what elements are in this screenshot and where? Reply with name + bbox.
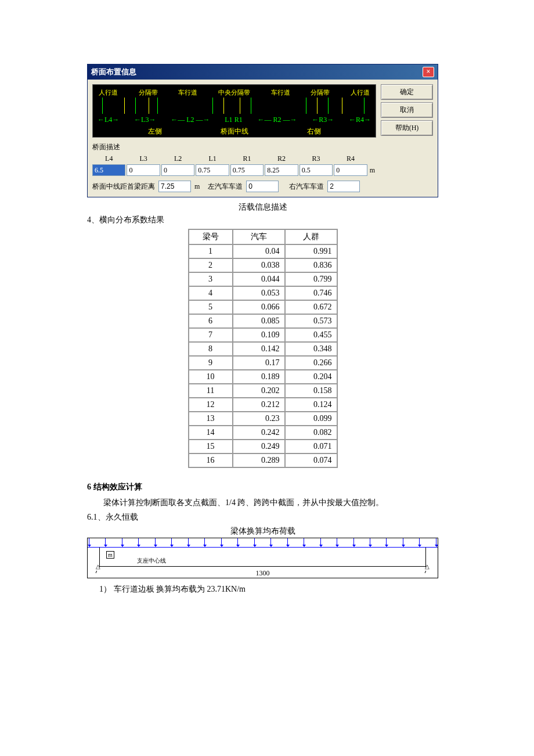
note-1: 1） 车行道边板 换算均布载为 23.71KN/m: [87, 584, 438, 595]
table-row: 30.0440.799: [189, 272, 337, 286]
diagram-center-label: 桥面中线: [221, 127, 248, 136]
table-header: 梁号: [189, 229, 233, 244]
cancel-button[interactable]: 取消: [381, 102, 433, 118]
diagram-label: 车行道: [178, 88, 197, 97]
beam-diagram: m 支座中心线 △///// △///// 1300: [87, 538, 438, 578]
right-lanes-label: 右汽车车道: [289, 182, 324, 192]
table-row: 140.2420.082: [189, 426, 337, 440]
ok-button[interactable]: 确定: [381, 84, 433, 100]
field-l4[interactable]: [92, 164, 125, 176]
table-row: 10.040.991: [189, 244, 337, 258]
centerline-dist-input[interactable]: [158, 181, 191, 192]
table-row: 90.170.266: [189, 356, 337, 370]
diagram-side-label: 左侧: [148, 127, 162, 136]
desc-group-label: 桥面描述: [92, 142, 376, 152]
section-6-title: 6 结构效应计算: [87, 482, 438, 492]
diagram-label: 车行道: [271, 88, 290, 97]
diagram-label: 人行道: [351, 88, 370, 97]
left-lanes-label: 左汽车车道: [208, 182, 243, 192]
bridge-diagram: 人行道 分隔带 车行道 中央分隔带 车行道 分隔带 人行道: [92, 84, 376, 138]
support-centerline-label: 支座中心线: [137, 557, 166, 565]
table-row: 130.230.099: [189, 412, 337, 426]
field-l2[interactable]: [161, 164, 194, 176]
dialog-titlebar: 桥面布置信息 ×: [88, 64, 438, 80]
left-lanes-input[interactable]: [246, 181, 279, 192]
coefficient-table: 梁号 汽车 人群 10.040.99120.0380.83630.0440.79…: [188, 229, 338, 468]
close-icon[interactable]: ×: [423, 67, 434, 77]
table-row: 100.1890.204: [189, 370, 337, 384]
table-row: 70.1090.455: [189, 328, 337, 342]
right-lanes-input[interactable]: [327, 181, 360, 192]
field-r1[interactable]: [230, 164, 264, 176]
unit-label: m: [369, 166, 376, 176]
bridge-layout-dialog: 桥面布置信息 × 人行道 分隔带 车行道 中央分隔带 车行道 分隔带 人行道: [87, 64, 438, 197]
diagram-label: 分隔带: [311, 88, 330, 97]
beam-span-value: 1300: [256, 569, 270, 578]
table-row: 110.2020.158: [189, 384, 337, 398]
field-r4[interactable]: [334, 164, 367, 176]
centerline-dist-label: 桥面中线距首梁距离: [92, 182, 155, 192]
dialog-title: 桥面布置信息: [91, 67, 136, 77]
help-button[interactable]: 帮助(H): [381, 120, 433, 136]
section-6-1-title: 6.1、永久恒载: [87, 512, 438, 523]
table-row: 120.2120.124: [189, 398, 337, 412]
diagram-label: 中央分隔带: [218, 88, 250, 97]
table-header: 汽车: [233, 229, 285, 244]
beam-diagram-title: 梁体换算均布荷载: [87, 526, 438, 537]
field-r2[interactable]: [265, 164, 298, 176]
table-header: 人群: [285, 229, 337, 244]
table-row: 150.2490.071: [189, 440, 337, 453]
field-l1[interactable]: [196, 164, 229, 176]
section-4-title: 4、横向分布系数结果: [87, 215, 438, 225]
field-r3[interactable]: [300, 164, 333, 176]
diagram-label: 人行道: [99, 88, 118, 97]
table-row: 40.0530.746: [189, 286, 337, 300]
section-6-paragraph: 梁体计算控制断面取各支点截面、1/4 跨、跨跨中截面，并从中按最大值控制。: [87, 496, 438, 510]
table-row: 160.2890.074: [189, 453, 337, 467]
field-l3[interactable]: [127, 164, 160, 176]
table-row: 80.1420.348: [189, 342, 337, 356]
table-row: 60.0850.573: [189, 314, 337, 328]
diagram-side-label: 右侧: [307, 127, 321, 136]
diagram-label: 分隔带: [139, 88, 158, 97]
table-row: 50.0660.672: [189, 300, 337, 314]
figure-caption: 活载信息描述: [87, 202, 438, 213]
table-row: 20.0380.836: [189, 258, 337, 272]
